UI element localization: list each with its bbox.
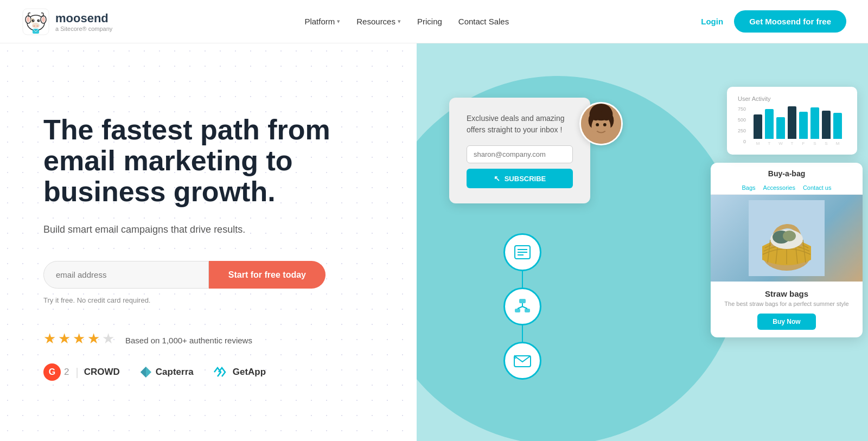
buy-now-button[interactable]: Buy Now [757, 314, 815, 330]
svg-line-35 [518, 306, 522, 309]
cursor-icon: ↖ [494, 174, 500, 183]
svg-point-26 [601, 108, 611, 120]
hero-left: The fastest path from email marketing to… [0, 43, 417, 441]
g2-icon: G [43, 363, 61, 381]
nav-pricing[interactable]: Pricing [417, 17, 442, 26]
g2-crowd-logo: G 2 | CROWD [43, 363, 120, 381]
svg-point-25 [591, 108, 601, 120]
hero-subtitle: Build smart email campaigns that drive r… [43, 222, 384, 237]
nav-contact[interactable]: Contact Sales [458, 17, 509, 26]
svg-marker-16 [141, 367, 146, 378]
email-input[interactable] [43, 261, 209, 289]
svg-point-10 [39, 20, 40, 21]
bar-6 [810, 107, 819, 139]
ecommerce-header: Buy-a-bag [711, 163, 863, 181]
review-logos: G 2 | CROWD Capterra [43, 363, 384, 381]
eco-nav-contact[interactable]: Contact us [803, 184, 832, 191]
bar-1 [754, 114, 762, 139]
svg-rect-33 [525, 309, 530, 312]
star-4: ★ [87, 330, 100, 347]
svg-rect-31 [519, 299, 526, 303]
svg-point-11 [32, 23, 40, 28]
hero-section: The fastest path from email marketing to… [0, 43, 868, 441]
bar-5 [799, 112, 808, 139]
logo[interactable]: moosend a Sitecore® company [22, 8, 112, 36]
logo-icon [22, 8, 50, 36]
avatar-image [581, 104, 621, 144]
pipe-circle-1 [503, 233, 541, 271]
bar-4 [788, 106, 796, 139]
platform-chevron: ▾ [337, 18, 340, 25]
svg-line-36 [522, 306, 527, 309]
ecommerce-nav: Bags Accessories Contact us [711, 181, 863, 195]
capterra-logo: Capterra [139, 366, 194, 379]
eco-nav-bags[interactable]: Bags [742, 184, 756, 191]
star-2: ★ [58, 330, 71, 347]
activity-title: User Activity [738, 95, 846, 102]
hero-right: Exclusive deals and amazing offers strai… [417, 43, 868, 441]
bar-7 [822, 111, 831, 139]
ecommerce-title: Buy-a-bag [718, 169, 855, 178]
svg-point-49 [783, 231, 796, 241]
svg-point-13 [36, 25, 39, 26]
ecommerce-body: Straw bags The best straw bags for a per… [711, 282, 863, 337]
svg-point-5 [42, 17, 45, 22]
pipe-circle-2 [503, 287, 541, 325]
pipeline-diagram [503, 233, 541, 396]
svg-rect-32 [515, 309, 520, 312]
form-icon [513, 242, 532, 262]
hero-form: Start for free today [43, 261, 326, 289]
nav-platform[interactable]: Platform ▾ [304, 17, 340, 26]
product-desc: The best straw bags for a perfect summer… [718, 301, 855, 307]
eco-nav-accessories[interactable]: Accessories [763, 184, 795, 191]
svg-point-4 [27, 17, 30, 22]
logo-subtitle: a Sitecore® company [55, 25, 112, 32]
user-avatar [579, 102, 623, 145]
star-rating: ★ ★ ★ ★ ★ [43, 330, 114, 347]
start-free-button[interactable]: Start for free today [209, 261, 326, 289]
logo-name: moosend [55, 11, 112, 25]
subscribe-card: Exclusive deals and amazing offers strai… [449, 98, 590, 203]
navbar: moosend a Sitecore® company Platform ▾ R… [0, 0, 868, 43]
getapp-text: GetApp [233, 367, 266, 378]
svg-point-9 [33, 20, 34, 21]
getapp-logo: GetApp [213, 367, 266, 378]
bar-8 [833, 113, 842, 139]
activity-chart [754, 106, 842, 139]
product-name: Straw bags [718, 289, 855, 298]
nav-links: Platform ▾ Resources ▾ Pricing Contact S… [304, 17, 509, 26]
login-button[interactable]: Login [701, 17, 723, 26]
svg-point-8 [37, 19, 40, 22]
nav-resources[interactable]: Resources ▾ [356, 17, 401, 26]
product-image [711, 195, 863, 282]
nav-cta-group: Login Get Moosend for free [701, 10, 846, 33]
activity-card: User Activity 7505002500 [727, 87, 857, 155]
svg-point-23 [603, 123, 607, 126]
star-1: ★ [43, 330, 56, 347]
getapp-icon [213, 367, 229, 378]
workflow-icon [513, 297, 532, 316]
bar-3 [776, 117, 785, 139]
pipe-circle-3 [503, 342, 541, 380]
hero-reviews: ★ ★ ★ ★ ★ Based on 1,000+ authentic revi… [43, 330, 384, 381]
hero-title: The fastest path from email marketing to… [43, 114, 384, 208]
svg-point-7 [32, 19, 35, 22]
ecommerce-card: Buy-a-bag Bags Accessories Contact us [711, 163, 863, 337]
resources-chevron: ▾ [398, 18, 401, 25]
svg-point-22 [596, 123, 599, 126]
subscribe-email-input[interactable] [467, 145, 573, 163]
basket-image [749, 200, 825, 276]
get-free-button[interactable]: Get Moosend for free [734, 10, 846, 33]
capterra-icon [139, 366, 152, 379]
bar-2 [765, 109, 774, 139]
g2-text: CROWD [84, 367, 120, 378]
capterra-text: Capterra [156, 367, 194, 378]
email-icon [513, 351, 532, 370]
star-5: ★ [102, 330, 114, 347]
subscribe-text: Exclusive deals and amazing offers strai… [467, 113, 573, 136]
star-3: ★ [73, 330, 85, 347]
reviews-text: Based on 1,000+ authentic reviews [125, 336, 252, 345]
subscribe-button[interactable]: ↖ SUBSCRIBE [467, 169, 573, 188]
hero-disclaimer: Try it free. No credit card required. [43, 296, 384, 304]
svg-point-12 [33, 25, 35, 26]
